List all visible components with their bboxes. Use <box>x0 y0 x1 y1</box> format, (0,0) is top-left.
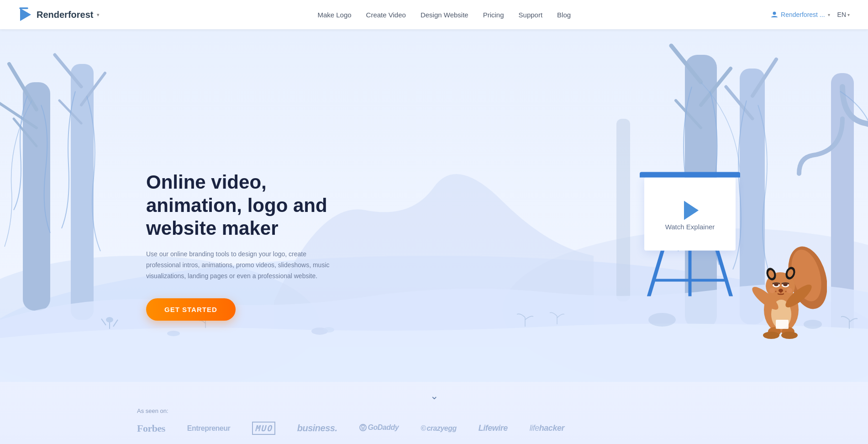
nav-blog[interactable]: Blog <box>557 11 571 19</box>
brand-logos-row: Forbes Entrepreneur MUO business. GoDadd… <box>137 422 564 435</box>
logo-icon <box>18 7 33 22</box>
svg-marker-0 <box>20 8 31 21</box>
nav-support[interactable]: Support <box>519 11 543 19</box>
nav-right: Renderforest ... ▾ EN ▾ <box>771 11 850 18</box>
svg-point-2 <box>773 12 776 15</box>
svg-point-63 <box>775 291 777 292</box>
svg-rect-22 <box>616 119 630 301</box>
play-button-icon <box>678 198 702 222</box>
nav-links: Make Logo Create Video Design Website Pr… <box>117 11 771 19</box>
svg-point-54 <box>763 332 779 339</box>
brand-godaddy: GoDaddy <box>359 423 399 433</box>
svg-point-64 <box>785 291 787 292</box>
svg-rect-66 <box>776 320 789 329</box>
logo-text: Renderforest <box>37 10 93 20</box>
svg-point-27 <box>648 313 676 327</box>
brand-entrepreneur: Entrepreneur <box>187 424 230 433</box>
as-seen-on-section: ⌄ As seen on: Forbes Entrepreneur MUO bu… <box>0 390 868 435</box>
hero-content: Online video, animation, logo and websit… <box>146 153 365 321</box>
brand-lifehacker: lifehacker <box>530 423 564 433</box>
svg-point-61 <box>769 288 775 293</box>
svg-point-62 <box>787 288 792 293</box>
svg-point-68 <box>362 425 364 428</box>
easel-stand-icon <box>644 251 736 296</box>
svg-point-30 <box>323 327 334 333</box>
svg-marker-36 <box>684 201 699 220</box>
nav-create-video[interactable]: Create Video <box>366 11 406 19</box>
scroll-chevron[interactable]: ⌄ <box>430 390 438 402</box>
logo-caret: ▾ <box>97 12 99 17</box>
video-board: Watch Explainer <box>644 178 736 251</box>
brand-lifewire: Lifewire <box>479 423 508 433</box>
user-caret: ▾ <box>828 12 830 17</box>
as-seen-label: As seen on: <box>137 407 168 414</box>
hero-section: Online video, animation, logo and websit… <box>0 29 868 444</box>
svg-point-55 <box>781 332 798 339</box>
lang-label: EN <box>837 11 846 18</box>
hero-title: Online video, animation, logo and websit… <box>146 171 365 240</box>
get-started-button[interactable]: GET STARTED <box>146 298 236 321</box>
brand-crazyegg: ©crazyegg <box>421 424 457 433</box>
svg-rect-6 <box>23 82 50 311</box>
nav-pricing[interactable]: Pricing <box>483 11 504 19</box>
brand-muo: MUO <box>252 422 275 435</box>
hero-subtitle: Use our online branding tools to design … <box>146 249 338 281</box>
svg-point-65 <box>780 292 782 294</box>
nav-design-website[interactable]: Design Website <box>421 11 468 19</box>
lang-caret: ▾ <box>847 12 850 17</box>
watch-explainer-area: Watch Explainer <box>640 172 740 296</box>
squirrel-character <box>740 223 827 353</box>
logo[interactable]: Renderforest ▾ <box>18 7 99 22</box>
brand-business: business. <box>297 423 337 433</box>
language-selector[interactable]: EN ▾ <box>837 11 850 18</box>
svg-point-31 <box>167 331 180 336</box>
user-menu[interactable]: Renderforest ... ▾ <box>771 11 830 18</box>
svg-line-37 <box>649 251 663 296</box>
user-icon <box>771 11 778 18</box>
brand-forbes: Forbes <box>137 423 165 434</box>
user-label: Renderforest ... <box>781 11 825 18</box>
watch-explainer-button[interactable]: Watch Explainer <box>640 172 740 296</box>
watch-label: Watch Explainer <box>665 222 715 230</box>
svg-point-60 <box>779 289 783 292</box>
nav-make-logo[interactable]: Make Logo <box>317 11 351 19</box>
svg-line-38 <box>717 251 731 296</box>
navbar: Renderforest ▾ Make Logo Create Video De… <box>0 0 868 29</box>
svg-point-24 <box>106 317 113 322</box>
